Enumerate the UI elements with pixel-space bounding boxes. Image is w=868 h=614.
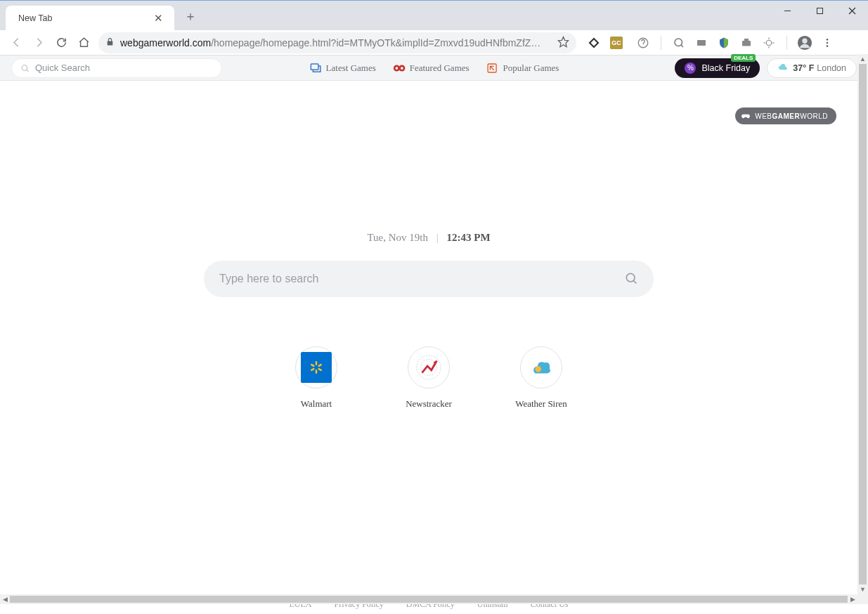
scroll-thumb[interactable]	[10, 596, 848, 603]
quick-link-label: Weather Siren	[515, 398, 567, 410]
extension-icon-5[interactable]	[692, 34, 711, 52]
monitor-icon	[309, 62, 322, 74]
close-window-button[interactable]	[836, 0, 868, 21]
profile-avatar-icon[interactable]	[796, 34, 814, 52]
quick-link-weather-siren[interactable]: Weather Siren	[510, 346, 573, 410]
svg-point-13	[766, 40, 772, 46]
search-icon	[20, 63, 30, 73]
svg-line-24	[27, 70, 29, 72]
browser-menu-icon[interactable]	[818, 34, 836, 52]
svg-line-31	[491, 66, 494, 70]
separator: |	[436, 232, 439, 243]
close-tab-icon[interactable]: ✕	[151, 12, 166, 25]
extension-icon-8[interactable]	[760, 34, 778, 52]
svg-rect-1	[817, 8, 822, 13]
reload-button[interactable]	[51, 32, 72, 53]
svg-point-23	[22, 65, 27, 70]
nav-popular-games[interactable]: Popular Games	[486, 62, 559, 74]
nav-featured-games[interactable]: Featured Games	[393, 62, 469, 74]
svg-rect-11	[742, 41, 751, 46]
maximize-button[interactable]	[803, 0, 836, 21]
nav-label: Popular Games	[503, 63, 559, 74]
horizontal-scrollbar[interactable]: ◀ ▶	[0, 594, 857, 604]
svg-point-19	[802, 38, 807, 43]
date-text: Tue, Nov 19th	[367, 232, 428, 243]
main-search-box[interactable]	[204, 261, 654, 297]
quick-link-label: Newstracker	[406, 398, 452, 410]
svg-point-43	[536, 366, 542, 372]
quick-link-newstracker[interactable]: Newstracker	[397, 346, 460, 410]
new-tab-button[interactable]: ＋	[184, 8, 197, 25]
weather-pill[interactable]: 37° F London	[767, 58, 857, 78]
tab-title: New Tab	[18, 13, 151, 23]
extension-icon-1[interactable]	[585, 34, 603, 52]
goggles-icon	[393, 62, 406, 74]
nav-latest-games[interactable]: Latest Games	[309, 62, 376, 74]
newstracker-icon	[408, 346, 450, 388]
forward-button[interactable]	[28, 32, 49, 53]
quick-link-label: Walmart	[301, 398, 332, 410]
extension-icon-3[interactable]	[634, 34, 652, 52]
svg-point-21	[827, 41, 829, 44]
svg-rect-34	[316, 361, 317, 365]
datetime-line: Tue, Nov 19th | 12:43 PM	[204, 232, 654, 244]
nav-label: Featured Games	[410, 63, 469, 74]
brand-part1: WEB	[755, 112, 772, 120]
scroll-thumb[interactable]	[859, 64, 867, 584]
svg-line-33	[633, 280, 636, 283]
svg-point-8	[675, 39, 682, 46]
extension-icon-7[interactable]	[737, 34, 756, 52]
main-search-input[interactable]	[219, 273, 624, 285]
extension-icon-4[interactable]	[670, 34, 688, 52]
scroll-up-arrow[interactable]: ▲	[857, 54, 868, 64]
browser-tab[interactable]: New Tab ✕	[6, 6, 174, 30]
url-bar[interactable]: webgamerworld.com/homepage/homepage.html…	[98, 32, 576, 53]
brand-part2: GAMER	[772, 112, 801, 120]
toolbar-nav: Latest Games Featured Games Popular Game…	[309, 62, 559, 74]
extension-icon-2[interactable]: GC	[607, 34, 626, 52]
search-button[interactable]	[624, 271, 638, 287]
extension-icons: GC	[585, 34, 836, 52]
svg-marker-4	[558, 37, 568, 46]
scroll-down-arrow[interactable]: ▼	[857, 584, 868, 594]
quick-search-input[interactable]	[35, 63, 213, 73]
weather-siren-icon	[520, 346, 562, 388]
deals-badge: DEALS	[731, 54, 756, 62]
page-content: WEBGAMERWORLD Tue, Nov 19th | 12:43 PM W…	[0, 81, 857, 594]
scroll-right-arrow[interactable]: ▶	[848, 594, 857, 604]
url-text: webgamerworld.com/homepage/homepage.html…	[120, 37, 552, 48]
promo-pill[interactable]: % Black Friday DEALS	[675, 58, 760, 78]
svg-rect-37	[311, 367, 315, 371]
svg-rect-38	[311, 363, 315, 367]
svg-point-22	[827, 45, 829, 47]
weather-temp: 37° F	[793, 63, 814, 73]
svg-rect-39	[318, 367, 322, 371]
lock-icon	[105, 37, 115, 48]
extension-icon-6[interactable]	[715, 34, 733, 52]
cloud-icon	[777, 63, 789, 74]
bookmark-star-icon[interactable]	[557, 36, 569, 50]
gamepad-icon	[741, 111, 751, 121]
walmart-icon	[295, 346, 337, 388]
page-toolbar: Latest Games Featured Games Popular Game…	[0, 55, 868, 81]
weather-city: London	[817, 63, 846, 73]
brand-part3: WORLD	[800, 112, 828, 120]
percent-icon: %	[685, 63, 696, 74]
quick-link-walmart[interactable]: Walmart	[285, 346, 348, 410]
vertical-scrollbar[interactable]: ▲ ▼	[857, 54, 868, 594]
home-button[interactable]	[73, 32, 94, 53]
scroll-left-arrow[interactable]: ◀	[0, 594, 10, 604]
svg-rect-12	[744, 39, 749, 41]
brand-badge[interactable]: WEBGAMERWORLD	[735, 107, 836, 124]
svg-rect-25	[311, 64, 318, 70]
quick-links: Walmart Newstracker Weather Siren	[204, 346, 654, 410]
svg-line-9	[681, 45, 683, 47]
arrow-square-icon	[486, 62, 499, 74]
svg-rect-36	[318, 363, 322, 367]
svg-point-28	[395, 67, 398, 70]
back-button[interactable]	[6, 32, 27, 53]
time-text: 12:43 PM	[446, 232, 490, 243]
minimize-button[interactable]	[771, 0, 803, 21]
nav-label: Latest Games	[326, 63, 376, 74]
quick-search-box[interactable]	[11, 58, 222, 78]
